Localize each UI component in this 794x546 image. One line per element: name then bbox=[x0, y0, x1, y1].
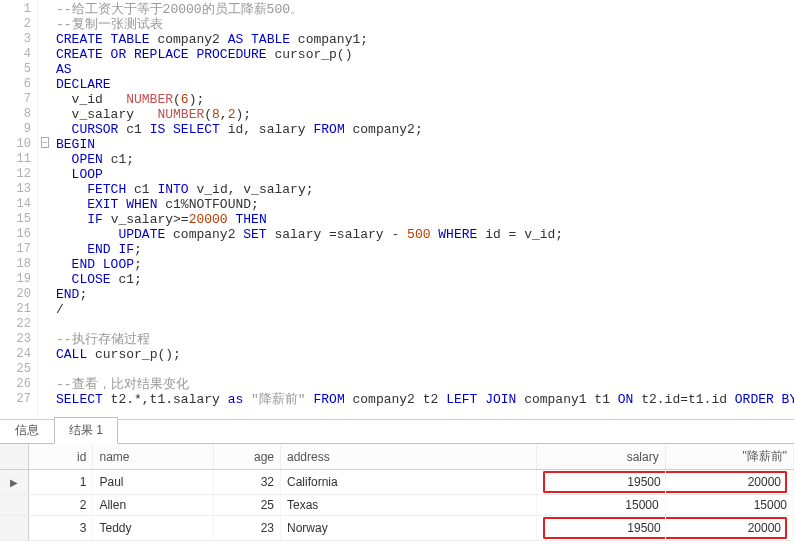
cell-name[interactable]: Paul bbox=[93, 470, 213, 495]
tab-info[interactable]: 信息 bbox=[0, 417, 54, 444]
fold-toggle[interactable]: − bbox=[38, 137, 52, 152]
row-selector[interactable] bbox=[0, 495, 29, 516]
col-rowhdr[interactable] bbox=[0, 444, 29, 470]
table-header-row: idnameageaddresssalary"降薪前" bbox=[0, 444, 794, 470]
cell-name[interactable]: Allen bbox=[93, 495, 213, 516]
row-selector[interactable] bbox=[0, 516, 29, 541]
cell-address[interactable]: Norway bbox=[280, 516, 536, 541]
code-area[interactable]: --给工资大于等于20000的员工降薪500。--复制一张测试表CREATE T… bbox=[52, 0, 794, 419]
table-row[interactable]: ▶1Paul32California1950020000 bbox=[0, 470, 794, 495]
cell-salary[interactable]: 15000 bbox=[537, 495, 665, 516]
col-before[interactable]: "降薪前" bbox=[665, 444, 793, 470]
result-tabs: 信息 结果 1 bbox=[0, 420, 794, 444]
cell-id[interactable]: 1 bbox=[29, 470, 93, 495]
table-row[interactable]: 3Teddy23Norway1950020000 bbox=[0, 516, 794, 541]
cell-age[interactable]: 32 bbox=[213, 470, 280, 495]
col-address[interactable]: address bbox=[280, 444, 536, 470]
table-body: ▶1Paul32California19500200002Allen25Texa… bbox=[0, 470, 794, 541]
row-selector[interactable]: ▶ bbox=[0, 470, 29, 495]
code-editor[interactable]: 1234567891011121314151617181920212223242… bbox=[0, 0, 794, 420]
results-grid[interactable]: idnameageaddresssalary"降薪前" ▶1Paul32Cali… bbox=[0, 444, 794, 541]
cell-name[interactable]: Teddy bbox=[93, 516, 213, 541]
cell-salary[interactable]: 19500 bbox=[537, 516, 665, 541]
table-row[interactable]: 2Allen25Texas1500015000 bbox=[0, 495, 794, 516]
line-number-gutter: 1234567891011121314151617181920212223242… bbox=[0, 0, 38, 419]
cell-before[interactable]: 15000 bbox=[665, 495, 793, 516]
cell-before[interactable]: 20000 bbox=[665, 470, 793, 495]
tab-results[interactable]: 结果 1 bbox=[54, 417, 118, 444]
col-id[interactable]: id bbox=[29, 444, 93, 470]
cell-id[interactable]: 3 bbox=[29, 516, 93, 541]
cell-address[interactable]: California bbox=[280, 470, 536, 495]
cell-before[interactable]: 20000 bbox=[665, 516, 793, 541]
cell-age[interactable]: 25 bbox=[213, 495, 280, 516]
col-age[interactable]: age bbox=[213, 444, 280, 470]
col-salary[interactable]: salary bbox=[537, 444, 665, 470]
cell-salary[interactable]: 19500 bbox=[537, 470, 665, 495]
fold-gutter[interactable]: − bbox=[38, 0, 52, 419]
cell-address[interactable]: Texas bbox=[280, 495, 536, 516]
cell-id[interactable]: 2 bbox=[29, 495, 93, 516]
cell-age[interactable]: 23 bbox=[213, 516, 280, 541]
col-name[interactable]: name bbox=[93, 444, 213, 470]
